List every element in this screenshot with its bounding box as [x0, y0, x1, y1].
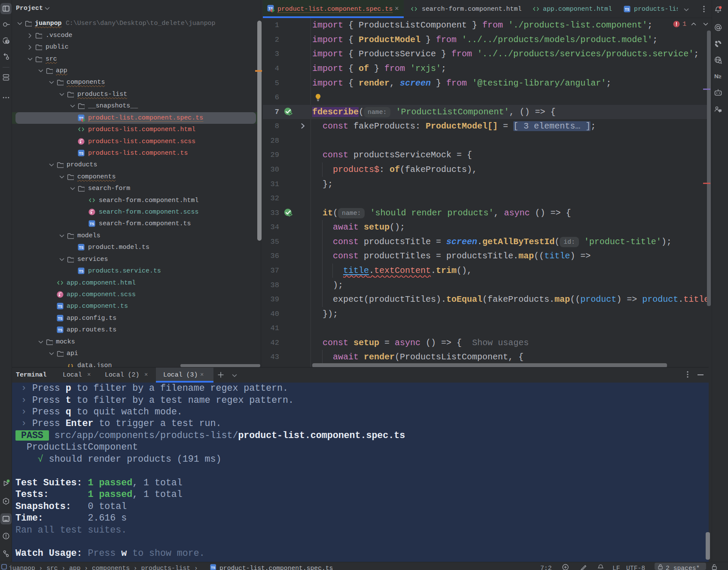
svg-text:≥: ≥	[719, 74, 722, 80]
svg-text:N: N	[714, 73, 719, 80]
svg-text:TS: TS	[211, 566, 215, 570]
